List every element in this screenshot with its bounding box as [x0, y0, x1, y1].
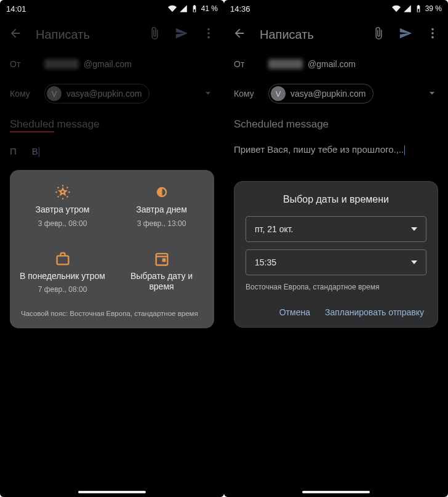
- time-field[interactable]: 15:35: [246, 249, 426, 275]
- status-time: 14:36: [230, 4, 250, 14]
- toolbar-title: Написать: [36, 28, 134, 42]
- signal-icon: [403, 4, 412, 13]
- send-icon[interactable]: [399, 26, 412, 42]
- svg-line-9: [57, 196, 58, 198]
- battery-percent: 41 %: [201, 4, 218, 13]
- home-indicator[interactable]: [78, 491, 146, 493]
- back-icon[interactable]: [9, 26, 22, 42]
- option-tomorrow-afternoon[interactable]: Завтра днем 3 февр., 13:00: [115, 184, 208, 228]
- recipient-chip[interactable]: V vasya@pupkin.com: [44, 84, 150, 103]
- body-field[interactable]: П В: [0, 136, 224, 166]
- svg-point-1: [207, 32, 210, 34]
- battery-icon: [190, 4, 199, 13]
- phone-left: 14:01 41 % Написать От xxxx@gmail.com Ко…: [0, 0, 224, 497]
- wifi-icon: [392, 4, 401, 13]
- timezone-note: Часовой пояс: Восточная Европа, стандарт…: [16, 310, 208, 320]
- date-value: пт, 21 окт.: [255, 224, 294, 234]
- cancel-button[interactable]: Отмена: [279, 307, 310, 317]
- recipient-chip[interactable]: V vasya@pupkin.com: [268, 84, 374, 103]
- expand-recipients-icon[interactable]: [426, 87, 438, 101]
- to-label: Кому: [234, 89, 260, 99]
- status-bar: 14:36 39 %: [224, 0, 448, 17]
- option-label: Выбрать дату и время: [118, 271, 206, 293]
- svg-point-2: [207, 36, 210, 39]
- to-row[interactable]: Кому V vasya@pupkin.com: [0, 76, 224, 111]
- more-icon[interactable]: [202, 26, 215, 42]
- back-icon[interactable]: [233, 26, 246, 42]
- recipient-email: vasya@pupkin.com: [66, 89, 142, 99]
- svg-rect-12: [57, 256, 68, 264]
- svg-line-8: [66, 196, 68, 198]
- home-indicator[interactable]: [302, 491, 370, 493]
- sun-icon: [54, 184, 71, 201]
- svg-point-18: [431, 36, 434, 39]
- option-pick-datetime[interactable]: Выбрать дату и время: [115, 250, 208, 294]
- toolbar-title: Написать: [260, 28, 358, 42]
- from-label: От: [234, 59, 260, 69]
- svg-point-0: [207, 28, 210, 31]
- schedule-options-modal: Завтра утром 3 февр., 08:00 Завтра днем …: [10, 170, 214, 328]
- dropdown-icon: [411, 259, 417, 265]
- dropdown-icon: [411, 226, 417, 232]
- status-time: 14:01: [6, 4, 26, 14]
- body-field[interactable]: Привет Вася, пишу тебе из прошлого.,..: [224, 134, 448, 164]
- send-icon[interactable]: [175, 26, 188, 42]
- expand-recipients-icon[interactable]: [202, 87, 214, 101]
- briefcase-icon: [54, 250, 71, 267]
- status-indicators: 39 %: [392, 4, 442, 13]
- picker-timezone: Восточная Европа, стандартное время: [246, 283, 426, 291]
- svg-rect-13: [156, 253, 167, 265]
- from-label: От: [10, 59, 36, 69]
- from-blur: xxxx: [44, 59, 79, 69]
- picker-title: Выбор даты и времени: [246, 194, 426, 205]
- recipient-avatar: V: [271, 86, 286, 101]
- datetime-picker-modal: Выбор даты и времени пт, 21 окт. 15:35 В…: [234, 181, 438, 328]
- from-blur: xxxx: [268, 59, 303, 69]
- subject-misspelled: Sheduled: [10, 118, 54, 132]
- compose-toolbar: Написать: [224, 17, 448, 52]
- status-indicators: 41 %: [168, 4, 218, 13]
- svg-point-16: [431, 28, 434, 31]
- to-row[interactable]: Кому V vasya@pupkin.com: [224, 76, 448, 111]
- more-icon[interactable]: [426, 26, 439, 42]
- time-value: 15:35: [255, 257, 276, 267]
- svg-rect-15: [162, 259, 166, 262]
- from-value: xxxx@gmail.com: [44, 59, 214, 69]
- recipient-email: vasya@pupkin.com: [290, 89, 366, 99]
- svg-point-17: [431, 32, 434, 34]
- signal-icon: [179, 4, 188, 13]
- from-row[interactable]: От xxxx@gmail.com: [0, 52, 224, 76]
- option-label: В понедельник утром: [20, 271, 105, 282]
- status-bar: 14:01 41 %: [0, 0, 224, 17]
- option-sub: 3 февр., 13:00: [137, 219, 186, 228]
- phone-right: 14:36 39 % Написать От xxxx@gmail.com Ко…: [224, 0, 448, 497]
- schedule-send-button[interactable]: Запланировать отправку: [325, 307, 424, 317]
- option-monday-morning[interactable]: В понедельник утром 7 февр., 08:00: [16, 250, 109, 294]
- calendar-icon: [153, 250, 170, 267]
- to-label: Кому: [10, 89, 36, 99]
- recipient-avatar: V: [47, 86, 62, 101]
- svg-line-7: [57, 187, 58, 188]
- attach-icon[interactable]: [148, 26, 161, 42]
- option-tomorrow-morning[interactable]: Завтра утром 3 февр., 08:00: [16, 184, 109, 228]
- battery-icon: [414, 4, 423, 13]
- svg-line-10: [66, 187, 68, 188]
- date-field[interactable]: пт, 21 окт.: [246, 216, 426, 242]
- subject-field[interactable]: Scheduled message: [224, 111, 448, 134]
- compose-toolbar: Написать: [0, 17, 224, 52]
- wifi-icon: [168, 4, 177, 13]
- attach-icon[interactable]: [372, 26, 385, 42]
- option-sub: 3 февр., 08:00: [38, 219, 87, 228]
- option-label: Завтра утром: [36, 204, 90, 216]
- subject-field[interactable]: Sheduled message: [0, 111, 224, 136]
- option-sub: 7 февр., 08:00: [38, 285, 87, 294]
- battery-percent: 39 %: [425, 4, 442, 13]
- from-value: xxxx@gmail.com: [268, 59, 438, 69]
- from-row[interactable]: От xxxx@gmail.com: [224, 52, 448, 76]
- option-label: Завтра днем: [136, 204, 187, 216]
- half-sun-icon: [153, 184, 170, 201]
